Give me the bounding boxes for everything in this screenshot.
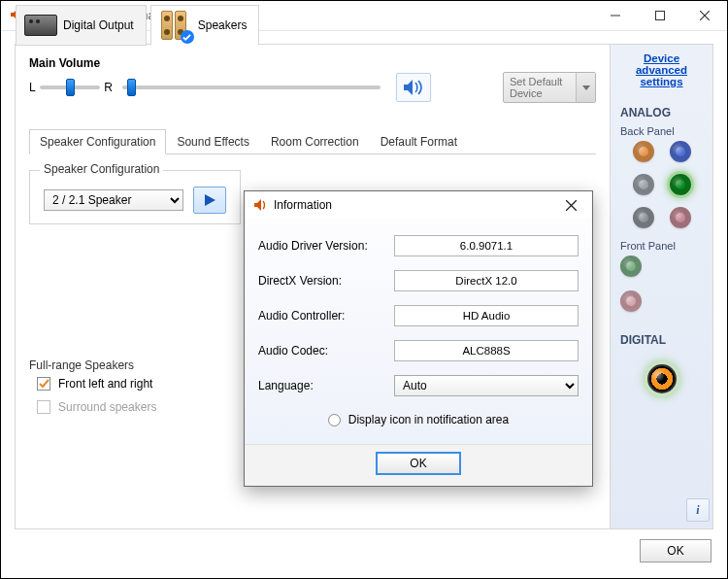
info-key-directx: DirectX Version: [258,274,394,288]
tab-digital-output[interactable]: Digital Output [16,5,147,46]
checkbox-surround-label: Surround speakers [58,400,156,414]
dialog-ok-button[interactable]: OK [377,453,460,474]
info-key-language: Language: [258,379,394,392]
volume-slider[interactable] [122,85,381,89]
play-test-button[interactable] [193,187,226,214]
sidebar: Device advanced settings ANALOG Back Pan… [610,45,712,528]
tab-speaker-configuration[interactable]: Speaker Configuration [29,129,166,154]
checkbox-surround [37,400,50,414]
digital-header: DIGITAL [611,333,712,347]
information-dialog: Information Audio Driver Version: 6.0.90… [244,190,593,487]
close-button[interactable] [682,1,727,31]
back-panel-jacks [611,137,712,232]
jack-pink[interactable] [670,207,691,228]
device-advanced-link[interactable]: Device advanced settings [611,52,712,87]
analog-header: ANALOG [611,106,712,119]
jack-green[interactable] [670,174,691,195]
maximize-button[interactable] [638,1,682,31]
jack-orange[interactable] [633,141,654,162]
info-key-controller: Audio Controller: [258,309,394,323]
info-key-driver: Audio Driver Version: [258,239,394,253]
jack-digital[interactable] [647,364,677,393]
tray-radio[interactable] [328,414,341,426]
speakers-icon [159,9,192,42]
inner-tabstrip: Speaker Configuration Sound Effects Room… [29,128,596,154]
full-range-legend: Full-range Speakers [29,358,140,372]
info-val-driver: 6.0.9071.1 [394,235,579,256]
chevron-down-icon[interactable] [576,73,595,102]
jack-grey[interactable] [633,174,654,195]
balance-left-label: L [29,81,36,94]
minimize-button[interactable] [593,1,638,31]
tab-default-format[interactable]: Default Format [370,129,468,154]
tab-label: Digital Output [63,18,134,32]
set-default-button[interactable]: Set Default Device [503,72,596,103]
speaker-config-group: Speaker Configuration 2 / 2.1 Speaker [29,170,241,224]
language-select[interactable]: Auto [394,375,579,396]
balance-slider[interactable]: L R [29,81,113,94]
group-legend: Speaker Configuration [40,162,163,176]
info-val-codec: ALC888S [394,340,579,361]
checkbox-front[interactable] [37,377,50,391]
window-ok-button[interactable]: OK [640,539,711,562]
tray-label: Display icon in notification area [348,413,509,426]
main-volume-label: Main Volume [29,56,596,70]
mute-button[interactable] [396,73,431,102]
dialog-icon [252,197,268,213]
dac-icon [24,15,57,36]
speaker-config-select[interactable]: 2 / 2.1 Speaker [44,189,183,211]
jack-front-pink[interactable] [620,290,642,312]
tab-room-correction[interactable]: Room Correction [260,129,370,154]
info-val-controller: HD Audio [394,305,579,326]
front-panel-label: Front Panel [611,240,712,252]
tab-sound-effects[interactable]: Sound Effects [166,129,260,154]
checkbox-front-label: Front left and right [58,377,152,391]
jack-blue[interactable] [670,141,691,162]
front-panel-jacks [611,252,712,316]
svg-rect-0 [656,12,665,20]
dialog-title: Information [274,198,549,212]
dialog-close-button[interactable] [555,193,586,217]
back-panel-label: Back Panel [611,125,712,137]
balance-right-label: R [104,81,113,94]
tab-speakers[interactable]: Speakers [150,5,260,46]
jack-front-green[interactable] [620,255,642,277]
info-val-directx: DirectX 12.0 [394,270,579,291]
tab-label: Speakers [198,18,248,32]
info-key-codec: Audio Codec: [258,344,394,358]
info-button[interactable]: i [686,498,710,522]
jack-grey2[interactable] [633,207,654,228]
